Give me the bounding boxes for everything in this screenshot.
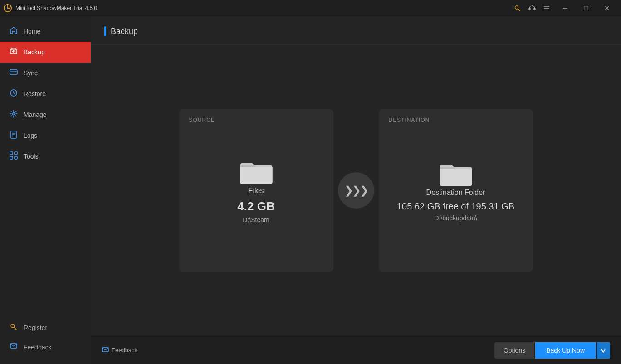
dropdown-chevron-icon [601, 349, 606, 353]
svg-rect-10 [584, 6, 588, 10]
key-icon-btn[interactable] [511, 2, 524, 15]
content-header: Backup [91, 16, 621, 45]
maximize-button[interactable] [576, 0, 597, 16]
arrow-container: ❯❯❯ [338, 172, 374, 209]
close-button[interactable] [597, 0, 617, 16]
source-name: Files [249, 187, 264, 195]
sidebar-item-sync[interactable]: Sync [0, 63, 91, 83]
sidebar-item-home-label: Home [24, 28, 40, 35]
feedback-icon [9, 343, 18, 351]
feedback-label: Feedback [24, 344, 51, 351]
svg-rect-5 [534, 8, 535, 10]
sidebar-item-feedback[interactable]: Feedback [0, 338, 91, 357]
backup-icon [9, 47, 18, 57]
sidebar-item-sync-label: Sync [24, 69, 38, 77]
home-icon [9, 26, 18, 36]
sync-icon [9, 68, 18, 78]
app-logo-icon [4, 4, 12, 12]
feedback-bottom-icon [102, 347, 109, 353]
backup-area: SOURCE Files 4.2 GB D:\Steam ❯❯❯ DESTINA… [91, 45, 621, 336]
titlebar: MiniTool ShadowMaker Trial 4.5.0 [0, 0, 621, 16]
svg-rect-26 [10, 156, 13, 159]
restore-icon [9, 89, 18, 99]
sidebar-item-register[interactable]: Register [0, 318, 91, 338]
feedback-bottom[interactable]: Feedback [102, 347, 137, 354]
register-icon [9, 323, 18, 332]
svg-rect-24 [10, 152, 13, 155]
source-folder-icon [238, 157, 274, 187]
sidebar-bottom: Register Feedback [0, 313, 91, 364]
source-card[interactable]: SOURCE Files 4.2 GB D:\Steam [179, 109, 333, 272]
tools-icon [9, 151, 18, 161]
window-controls [555, 0, 617, 16]
sidebar-item-manage[interactable]: Manage [0, 104, 91, 125]
logs-icon [9, 131, 18, 141]
svg-rect-27 [15, 156, 17, 159]
sidebar-item-logs[interactable]: Logs [0, 125, 91, 146]
destination-card[interactable]: DESTINATION Destination Folder 105.62 GB… [379, 109, 533, 272]
svg-line-3 [519, 10, 519, 10]
main-layout: Home Backup [0, 16, 621, 364]
svg-rect-25 [15, 152, 17, 155]
sidebar-item-restore[interactable]: Restore [0, 83, 91, 104]
source-size: 4.2 GB [237, 199, 274, 214]
svg-rect-16 [10, 70, 17, 74]
minimize-button[interactable] [555, 0, 576, 16]
menu-icon-btn[interactable] [540, 2, 553, 15]
sidebar-item-home[interactable]: Home [0, 21, 91, 42]
destination-name: Destination Folder [426, 189, 485, 197]
destination-label: DESTINATION [389, 117, 430, 123]
header-accent [104, 26, 106, 36]
source-label: SOURCE [189, 117, 215, 123]
titlebar-controls [511, 0, 617, 16]
svg-rect-4 [529, 8, 530, 10]
destination-free: 105.62 GB free of 195.31 GB [388, 201, 523, 212]
action-buttons: Options Back Up Now [494, 342, 610, 359]
manage-icon [9, 110, 18, 120]
register-label: Register [24, 324, 47, 331]
destination-path: D:\backupdata\ [434, 214, 477, 222]
sidebar-item-tools[interactable]: Tools [0, 146, 91, 167]
sidebar-item-tools-label: Tools [24, 153, 39, 160]
feedback-bottom-label: Feedback [112, 347, 137, 354]
sidebar-item-logs-label: Logs [24, 132, 37, 139]
page-title: Backup [111, 27, 138, 36]
headphone-icon-btn[interactable] [526, 2, 538, 15]
sidebar-item-manage-label: Manage [24, 111, 47, 118]
sidebar-nav: Home Backup [0, 21, 91, 313]
svg-point-19 [13, 113, 15, 115]
backup-now-button[interactable]: Back Up Now [535, 342, 596, 359]
sidebar-item-restore-label: Restore [24, 90, 46, 97]
titlebar-left: MiniTool ShadowMaker Trial 4.5.0 [4, 4, 97, 12]
destination-folder-icon [438, 159, 474, 189]
options-button[interactable]: Options [494, 342, 534, 359]
sidebar: Home Backup [0, 16, 91, 364]
source-path: D:\Steam [243, 216, 269, 223]
svg-line-30 [15, 329, 16, 330]
sidebar-item-backup-label: Backup [24, 49, 45, 56]
app-title: MiniTool ShadowMaker Trial 4.5.0 [15, 5, 97, 11]
backup-now-dropdown-button[interactable] [597, 342, 610, 359]
arrow-icon: ❯❯❯ [344, 184, 367, 197]
sidebar-item-backup[interactable]: Backup [0, 42, 91, 63]
bottom-bar: Feedback Options Back Up Now [91, 336, 621, 364]
content-area: Backup SOURCE Files 4.2 GB D:\Steam ❯❯❯ [91, 16, 621, 364]
